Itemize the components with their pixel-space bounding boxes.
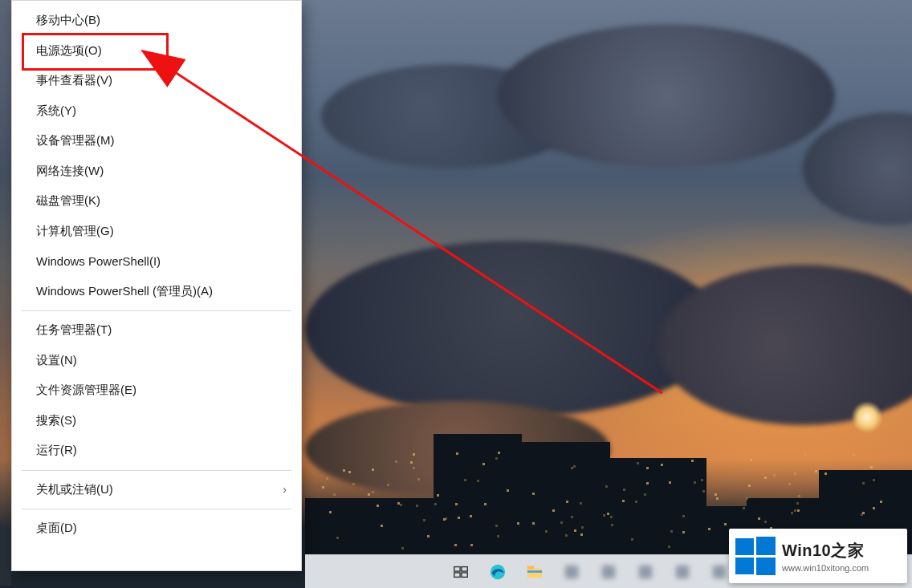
- taskbar-app-5[interactable]: [597, 561, 620, 583]
- taskbar-explorer[interactable]: [523, 561, 546, 583]
- svg-rect-9: [527, 570, 542, 573]
- taskbar-app-8[interactable]: [708, 561, 731, 583]
- winx-context-menu[interactable]: 移动中心(B)电源选项(O)事件查看器(V)系统(Y)设备管理器(M)网络连接(…: [11, 0, 302, 571]
- menu-separator: [22, 509, 291, 509]
- taskbar-app-4[interactable]: [560, 561, 583, 583]
- menu-item-label: Windows PowerShell(I): [36, 254, 161, 268]
- sun: [851, 401, 883, 433]
- menu-item-run[interactable]: 运行(R): [12, 436, 301, 466]
- svg-rect-5: [462, 572, 467, 577]
- menu-item-system[interactable]: 系统(Y): [12, 96, 301, 127]
- menu-item-event-viewer[interactable]: 事件查看器(V): [12, 66, 301, 96]
- watermark-subtitle: www.win10xitong.com: [782, 563, 869, 573]
- svg-rect-17: [756, 537, 776, 555]
- watermark-title: Win10之家: [782, 540, 869, 562]
- svg-rect-11: [602, 565, 616, 578]
- menu-item-label: 关机或注销(U): [36, 482, 113, 497]
- app-icon: [563, 563, 580, 581]
- svg-rect-4: [454, 572, 460, 577]
- menu-item-task-manager[interactable]: 任务管理器(T): [12, 315, 301, 346]
- cloud: [305, 241, 723, 417]
- menu-item-label: 文件资源管理器(E): [36, 383, 136, 398]
- menu-shadow: [0, 0, 11, 586]
- task-view-icon: [452, 563, 470, 581]
- cloud: [305, 401, 610, 497]
- svg-rect-7: [527, 568, 542, 578]
- menu-item-file-explorer[interactable]: 文件资源管理器(E): [12, 375, 301, 406]
- menu-item-label: 事件查看器(V): [36, 73, 112, 88]
- menu-item-desktop[interactable]: 桌面(D): [12, 513, 301, 544]
- menu-item-network-connections[interactable]: 网络连接(W): [12, 156, 301, 187]
- menu-item-settings[interactable]: 设置(N): [12, 346, 301, 376]
- watermark-badge: Win10之家 www.win10xitong.com: [729, 529, 907, 583]
- svg-rect-18: [735, 558, 754, 574]
- taskbar-task-view[interactable]: [450, 561, 472, 583]
- svg-rect-10: [565, 565, 579, 578]
- menu-item-label: 系统(Y): [36, 103, 76, 119]
- menu-separator: [22, 310, 291, 311]
- menu-item-label: 搜索(S): [36, 413, 76, 428]
- svg-rect-16: [735, 538, 754, 555]
- menu-item-label: 移动中心(B): [36, 13, 100, 28]
- menu-item-powershell-admin[interactable]: Windows PowerShell (管理员)(A): [12, 277, 301, 307]
- taskbar-app-6[interactable]: [634, 561, 657, 583]
- app-icon: [600, 563, 617, 581]
- app-icon: [674, 563, 691, 581]
- svg-rect-19: [756, 558, 776, 575]
- file-explorer-icon: [526, 563, 544, 581]
- menu-item-mobility-center[interactable]: 移动中心(B): [12, 6, 301, 36]
- taskbar-edge[interactable]: [487, 561, 509, 583]
- menu-item-device-manager[interactable]: 设备管理器(M): [12, 126, 301, 156]
- app-icon: [637, 563, 654, 581]
- menu-item-search[interactable]: 搜索(S): [12, 406, 301, 436]
- menu-item-label: 磁盘管理(K): [36, 193, 100, 209]
- svg-rect-14: [713, 565, 727, 578]
- chevron-right-icon: ›: [283, 483, 287, 496]
- taskbar-app-7[interactable]: [671, 561, 694, 583]
- menu-item-disk-management[interactable]: 磁盘管理(K): [12, 186, 301, 217]
- menu-item-label: 电源选项(O): [36, 43, 102, 59]
- menu-item-label: 计算机管理(G): [36, 224, 114, 239]
- menu-item-label: 桌面(D): [36, 521, 77, 536]
- menu-separator: [22, 470, 291, 471]
- svg-rect-8: [527, 566, 534, 569]
- svg-rect-2: [454, 566, 460, 571]
- cloud: [498, 24, 835, 168]
- cloud: [803, 112, 912, 225]
- menu-item-computer-management[interactable]: 计算机管理(G): [12, 217, 301, 247]
- menu-item-shutdown-signout[interactable]: 关机或注销(U)›: [12, 475, 301, 505]
- windows-logo-icon: [735, 537, 776, 575]
- svg-rect-13: [676, 565, 690, 578]
- menu-item-label: 任务管理器(T): [36, 322, 112, 338]
- menu-item-label: 运行(R): [36, 443, 77, 458]
- svg-rect-12: [639, 565, 653, 578]
- menu-item-label: 设备管理器(M): [36, 133, 115, 148]
- svg-rect-3: [462, 566, 467, 571]
- menu-item-power-options[interactable]: 电源选项(O): [12, 36, 301, 67]
- menu-item-label: 设置(N): [36, 353, 77, 368]
- menu-item-powershell[interactable]: Windows PowerShell(I): [12, 246, 301, 277]
- menu-item-label: 网络连接(W): [36, 164, 104, 179]
- edge-icon: [489, 563, 507, 581]
- menu-item-label: Windows PowerShell (管理员)(A): [36, 284, 213, 299]
- app-icon: [710, 563, 728, 581]
